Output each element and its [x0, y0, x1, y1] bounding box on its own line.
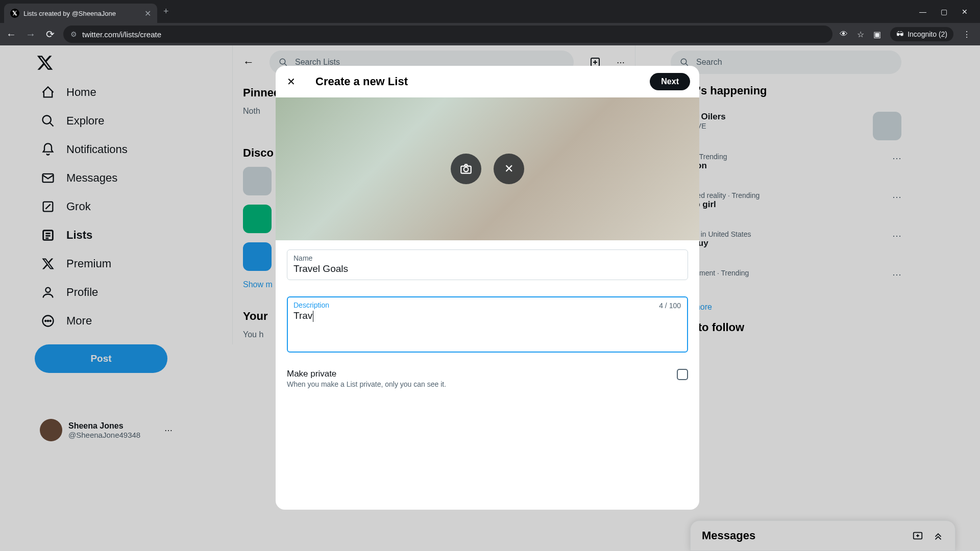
- kebab-menu-icon[interactable]: ⋮: [963, 30, 971, 39]
- text-cursor: [313, 311, 313, 322]
- incognito-icon: 🕶: [896, 30, 903, 38]
- next-button[interactable]: Next: [650, 73, 690, 90]
- field-label: Description: [293, 301, 681, 309]
- modal-title: Create a new List: [315, 75, 408, 88]
- back-button[interactable]: ←: [5, 29, 17, 40]
- description-value: Trav: [293, 310, 312, 321]
- next-button-label: Next: [661, 77, 679, 86]
- close-icon: ✕: [504, 162, 513, 176]
- add-photo-button[interactable]: [451, 154, 481, 184]
- site-info-icon[interactable]: ⚙: [70, 30, 77, 38]
- x-favicon-icon: 𝕏: [10, 9, 19, 18]
- browser-toolbar: ← → ⟳ ⚙ twitter.com/i/lists/create 👁 ☆ ▣…: [0, 23, 980, 45]
- make-private-sub: When you make a List private, only you c…: [287, 380, 446, 388]
- incognito-badge[interactable]: 🕶 Incognito (2): [890, 27, 953, 41]
- new-tab-button[interactable]: +: [163, 6, 169, 17]
- name-field[interactable]: Name: [287, 249, 688, 280]
- url-text: twitter.com/i/lists/create: [82, 30, 161, 39]
- svg-point-14: [464, 167, 469, 172]
- close-window-button[interactable]: ✕: [962, 8, 968, 16]
- description-field[interactable]: Description 4 / 100 Trav: [287, 296, 688, 353]
- description-input[interactable]: Trav: [293, 310, 681, 347]
- browser-tab[interactable]: 𝕏 Lists created by @SheenaJone ✕: [4, 4, 157, 23]
- tab-bar: 𝕏 Lists created by @SheenaJone ✕ + ― ▢ ✕: [0, 0, 980, 23]
- field-label: Name: [293, 254, 681, 262]
- camera-icon: [459, 162, 473, 176]
- eye-off-icon[interactable]: 👁: [840, 30, 848, 39]
- create-list-modal: ✕ Create a new List Next ✕ Name Descript…: [276, 66, 699, 510]
- minimize-button[interactable]: ―: [919, 8, 926, 16]
- make-private-checkbox[interactable]: [677, 369, 688, 380]
- incognito-label: Incognito (2): [908, 30, 947, 38]
- window-controls: ― ▢ ✕: [919, 8, 976, 16]
- tab-close-icon[interactable]: ✕: [144, 9, 151, 18]
- make-private-label: Make private: [287, 369, 446, 379]
- bookmark-star-icon[interactable]: ☆: [857, 30, 864, 39]
- banner-image: ✕: [276, 97, 699, 240]
- close-icon[interactable]: ✕: [285, 76, 297, 88]
- reload-button[interactable]: ⟳: [44, 28, 56, 40]
- tab-title: Lists created by @SheenaJone: [23, 10, 116, 17]
- maximize-button[interactable]: ▢: [941, 8, 947, 16]
- address-bar[interactable]: ⚙ twitter.com/i/lists/create: [63, 26, 832, 43]
- name-input[interactable]: [293, 263, 681, 274]
- panel-icon[interactable]: ▣: [873, 30, 881, 39]
- forward-button[interactable]: →: [24, 29, 37, 40]
- char-counter: 4 / 100: [659, 302, 681, 310]
- remove-photo-button[interactable]: ✕: [494, 154, 524, 184]
